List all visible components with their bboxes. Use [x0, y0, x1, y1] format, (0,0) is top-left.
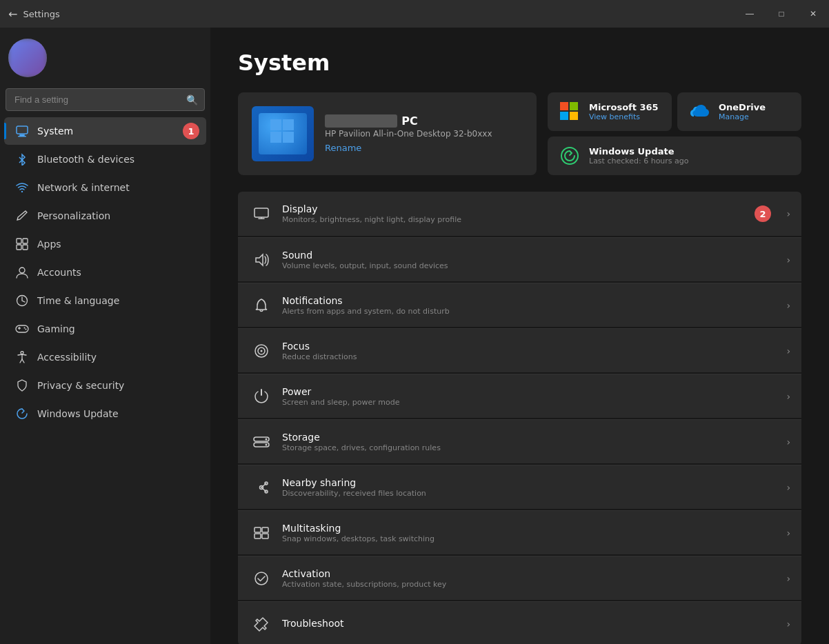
svg-rect-0	[17, 126, 28, 134]
sidebar-item-time-label: Time & language	[37, 295, 119, 306]
nearby-icon	[249, 475, 274, 500]
sidebar-item-accounts-label: Accounts	[37, 267, 81, 278]
profile-section	[0, 33, 210, 88]
sidebar-item-bluetooth-label: Bluetooth & devices	[37, 154, 134, 165]
maximize-button[interactable]: □	[766, 0, 797, 28]
pc-card: redacted PC HP Pavilion All-in-One Deskt…	[238, 92, 537, 175]
sidebar-item-accessibility[interactable]: Accessibility	[4, 343, 206, 371]
sidebar-item-winupdate-label: Windows Update	[37, 408, 119, 419]
search-box: 🔍	[6, 88, 205, 111]
svg-point-14	[26, 329, 27, 330]
power-icon	[249, 384, 274, 409]
settings-window: ← Settings — □ ✕ 🔍	[0, 0, 829, 644]
sound-chevron: ›	[786, 254, 790, 265]
settings-list: Display Monitors, brightness, night ligh…	[238, 192, 801, 644]
svg-point-8	[19, 268, 25, 273]
settings-item-nearby[interactable]: Nearby sharing Discoverability, received…	[238, 465, 801, 509]
bluetooth-icon	[15, 152, 29, 166]
service-card-onedrive[interactable]: OneDrive Manage	[677, 92, 801, 131]
sidebar-item-system[interactable]: System 1	[4, 117, 206, 145]
activation-icon	[249, 566, 274, 591]
nearby-chevron: ›	[786, 482, 790, 493]
svg-rect-38	[254, 534, 261, 539]
sidebar-item-network[interactable]: Network & internet	[4, 174, 206, 201]
multitasking-icon	[249, 521, 274, 545]
svg-rect-16	[270, 119, 281, 130]
svg-rect-25	[254, 208, 268, 217]
svg-rect-22	[560, 112, 568, 120]
svg-rect-2	[18, 136, 26, 137]
focus-text: Focus Reduce distractions	[282, 341, 786, 361]
svg-rect-19	[283, 132, 294, 143]
settings-item-storage[interactable]: Storage Storage space, drives, configura…	[238, 419, 801, 463]
svg-point-15	[21, 352, 23, 354]
avatar	[8, 39, 47, 77]
sound-icon	[249, 248, 274, 272]
sidebar-item-time[interactable]: Time & language	[4, 287, 206, 314]
winupdate-icon	[15, 407, 29, 421]
titlebar-controls: — □ ✕	[734, 0, 829, 28]
sidebar-item-gaming-label: Gaming	[37, 323, 75, 334]
settings-item-power[interactable]: Power Screen and sleep, power mode ›	[238, 374, 801, 418]
annotation-1: 1	[183, 123, 199, 139]
storage-chevron: ›	[786, 436, 790, 447]
windows-logo	[270, 119, 295, 149]
settings-item-activation[interactable]: Activation Activation state, subscriptio…	[238, 556, 801, 600]
svg-rect-6	[17, 245, 21, 250]
sidebar-item-system-label: System	[37, 125, 73, 137]
onedrive-icon	[688, 101, 710, 123]
service-card-ms365[interactable]: Microsoft 365 View benefits	[548, 92, 672, 131]
sidebar-nav: System 1 Bluetooth & devices	[0, 117, 210, 428]
settings-item-multitasking[interactable]: Multitasking Snap windows, desktops, tas…	[238, 510, 801, 554]
minimize-button[interactable]: —	[734, 0, 766, 28]
svg-rect-7	[23, 245, 28, 250]
storage-icon	[249, 430, 274, 454]
system-icon	[15, 124, 29, 138]
sidebar-item-gaming[interactable]: Gaming	[4, 315, 206, 343]
storage-text: Storage Storage space, drives, configura…	[282, 432, 786, 452]
sidebar-item-network-label: Network & internet	[37, 182, 130, 193]
settings-item-sound[interactable]: Sound Volume levels, output, input, soun…	[238, 237, 801, 281]
apps-icon	[15, 237, 29, 251]
settings-item-focus[interactable]: Focus Reduce distractions ›	[238, 328, 801, 372]
sidebar-item-privacy-label: Privacy & security	[37, 380, 124, 391]
power-chevron: ›	[786, 391, 790, 402]
display-text: Display Monitors, brightness, night ligh…	[282, 203, 786, 224]
search-input[interactable]	[6, 88, 205, 111]
service-cards: Microsoft 365 View benefits	[548, 92, 801, 175]
svg-point-32	[266, 443, 268, 445]
settings-item-troubleshoot[interactable]: Troubleshoot ›	[238, 601, 801, 644]
sidebar-item-winupdate[interactable]: Windows Update	[4, 400, 206, 427]
gaming-icon	[15, 322, 29, 336]
settings-item-notifications[interactable]: Notifications Alerts from apps and syste…	[238, 283, 801, 327]
focus-icon	[249, 339, 274, 363]
display-chevron: ›	[786, 208, 790, 219]
svg-point-28	[261, 350, 263, 352]
troubleshoot-chevron: ›	[786, 618, 790, 630]
display-icon	[249, 201, 274, 226]
time-icon	[15, 294, 29, 308]
svg-rect-21	[570, 102, 578, 110]
power-text: Power Screen and sleep, power mode	[282, 386, 786, 407]
pc-rename-link[interactable]: Rename	[325, 143, 492, 153]
service-card-winupdate[interactable]: Windows Update Last checked: 6 hours ago	[548, 137, 801, 175]
sidebar-item-personalization[interactable]: Personalization	[4, 202, 206, 230]
top-section: redacted PC HP Pavilion All-in-One Deskt…	[238, 92, 801, 175]
privacy-icon	[15, 379, 29, 392]
sound-text: Sound Volume levels, output, input, soun…	[282, 250, 786, 270]
sidebar-item-bluetooth[interactable]: Bluetooth & devices	[4, 145, 206, 173]
sidebar-item-privacy[interactable]: Privacy & security	[4, 372, 206, 399]
search-icon: 🔍	[186, 94, 198, 105]
svg-rect-17	[283, 119, 294, 130]
sidebar-item-apps[interactable]: Apps	[4, 230, 206, 258]
settings-item-display[interactable]: Display Monitors, brightness, night ligh…	[238, 192, 801, 236]
multitasking-text: Multitasking Snap windows, desktops, tas…	[282, 523, 786, 543]
svg-rect-4	[17, 239, 21, 243]
pc-image	[252, 106, 314, 161]
winupdate-service-info: Windows Update Last checked: 6 hours ago	[589, 146, 689, 165]
back-icon[interactable]: ←	[8, 8, 17, 21]
activation-text: Activation Activation state, subscriptio…	[282, 568, 786, 589]
sidebar-item-accounts[interactable]: Accounts	[4, 259, 206, 286]
close-button[interactable]: ✕	[797, 0, 829, 28]
services-row-top: Microsoft 365 View benefits	[548, 92, 801, 131]
